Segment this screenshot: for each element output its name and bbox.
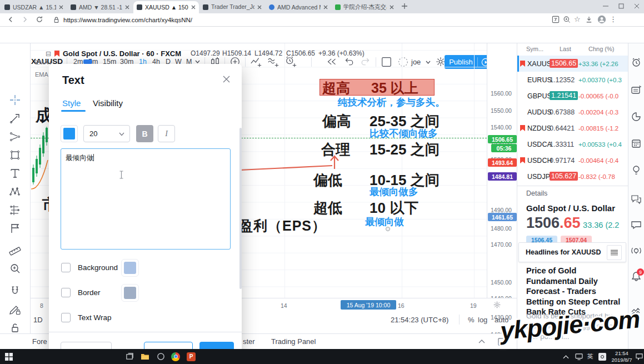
window-minimize-button[interactable] bbox=[598, 0, 613, 12]
text-input-area[interactable]: 最倾向做 bbox=[61, 148, 231, 250]
crosshair-tool[interactable] bbox=[6, 92, 24, 108]
pitchfork-tool[interactable] bbox=[6, 129, 24, 144]
browser-tab[interactable]: Trader Trader_Joe_Lee — 交易 bbox=[199, 1, 265, 13]
shapes-tool[interactable] bbox=[6, 147, 24, 163]
text-color-swatch[interactable] bbox=[61, 125, 78, 142]
bottom-tab-trading-panel[interactable]: Trading Panel bbox=[271, 337, 316, 346]
ruler-tool[interactable] bbox=[6, 242, 24, 258]
tab-close-icon[interactable] bbox=[390, 5, 394, 9]
watchlist-row[interactable]: USDCA1.33311+0.00533 (+0.4 bbox=[517, 136, 628, 152]
task-view-icon[interactable] bbox=[123, 349, 136, 364]
italic-button[interactable]: I bbox=[158, 125, 175, 142]
flag-icon[interactable] bbox=[520, 125, 525, 131]
font-size-select[interactable]: 20 bbox=[83, 125, 130, 142]
browser-tab[interactable]: AMD ▼ 28.51 -1.21% joe bbox=[67, 1, 133, 13]
headlines-menu-icon[interactable] bbox=[607, 245, 622, 260]
collapse-panel-icon[interactable] bbox=[478, 338, 486, 346]
watchlist-row[interactable]: USDJP105.627-0.832 (-0.78 bbox=[517, 168, 628, 185]
border-color-swatch[interactable] bbox=[121, 284, 139, 302]
url-field[interactable]: https://www.tradingview.com/chart/xy4kqs… bbox=[63, 17, 192, 23]
lightbulb-icon[interactable] bbox=[631, 164, 642, 176]
flag-icon[interactable] bbox=[520, 157, 525, 163]
ideas-pie-icon[interactable] bbox=[631, 111, 642, 123]
file-explorer-icon[interactable] bbox=[139, 349, 151, 364]
text-wrap-checkbox[interactable] bbox=[61, 313, 71, 322]
back-icon[interactable] bbox=[7, 16, 14, 23]
dialog-close-icon[interactable] bbox=[222, 75, 231, 83]
download-icon[interactable] bbox=[585, 16, 593, 23]
annotation-note-editing[interactable]: 最倾向做 bbox=[365, 215, 404, 228]
profile-avatar[interactable] bbox=[597, 15, 606, 24]
column-header-last[interactable]: Last bbox=[560, 46, 571, 52]
flag-icon[interactable] bbox=[520, 61, 525, 67]
price-axis[interactable]: 1560.00 1550.00 1540.00 1530.00 1520.00 … bbox=[487, 43, 517, 298]
browser-tab[interactable]: AMD Advanced Micro Device bbox=[266, 1, 331, 13]
chart-legend-title[interactable]: Gold Spot / U.S. Dollar · 60 · FXCM bbox=[63, 49, 181, 58]
tab-style[interactable]: Style bbox=[62, 98, 81, 108]
alarm-clock-icon[interactable] bbox=[631, 57, 642, 68]
watchlist-row[interactable]: NZDUS0.64421-0.00815 (-1.2 bbox=[517, 120, 628, 136]
watchlist-row[interactable]: EURUS1.12352+0.00370 (+0.3 bbox=[517, 72, 628, 88]
app-icon[interactable] bbox=[154, 349, 167, 364]
magnet-tool[interactable] bbox=[6, 283, 24, 299]
browser-tab[interactable]: 学院介绍-杰克交易学院-中国顶 bbox=[332, 1, 397, 13]
window-maximize-button[interactable] bbox=[613, 0, 629, 12]
tab-close-icon[interactable] bbox=[59, 5, 63, 9]
network-monitor-icon[interactable] bbox=[573, 349, 585, 364]
bottom-tab-strategy-tester[interactable]: ster bbox=[243, 337, 255, 346]
bookmark-star-icon[interactable]: ☆ bbox=[574, 15, 581, 23]
powerpoint-icon[interactable]: P bbox=[185, 349, 197, 364]
watchlist-row[interactable]: AUDUS0.67388-0.00204 (-0.3 bbox=[517, 104, 628, 120]
public-chat-icon[interactable] bbox=[631, 194, 642, 206]
watchlist-row[interactable]: XAUUS1506.65+33.36 (+2.26 bbox=[517, 56, 628, 72]
tray-chevron-up-icon[interactable] bbox=[560, 349, 571, 364]
chrome-icon[interactable] bbox=[169, 349, 182, 364]
ime-icon[interactable] bbox=[597, 349, 608, 364]
border-checkbox[interactable] bbox=[61, 288, 71, 297]
forecast-tool[interactable] bbox=[6, 202, 24, 218]
flags-tool[interactable] bbox=[6, 221, 24, 236]
text-tool[interactable] bbox=[6, 166, 24, 181]
tab-close-icon[interactable] bbox=[125, 5, 129, 9]
tab-visibility[interactable]: Visibility bbox=[93, 98, 123, 108]
column-header-chng[interactable]: Chng (%) bbox=[588, 46, 614, 52]
range-1d-button[interactable]: 1D bbox=[33, 316, 43, 324]
bottom-tab-forex-screener[interactable]: Fore bbox=[32, 337, 47, 346]
start-button[interactable] bbox=[2, 349, 16, 364]
window-close-button[interactable] bbox=[629, 0, 644, 12]
zoom-in-tool[interactable] bbox=[6, 261, 24, 276]
tray-clock[interactable]: 21:542019/8/7 bbox=[609, 349, 635, 364]
background-checkbox[interactable] bbox=[61, 263, 71, 272]
column-header-symbol[interactable]: Sym... bbox=[526, 46, 543, 52]
annotation-drag-handle[interactable] bbox=[386, 227, 390, 231]
streams-icon[interactable] bbox=[631, 245, 642, 257]
translate-icon[interactable] bbox=[552, 16, 560, 23]
time-axis-gear-icon[interactable] bbox=[493, 301, 501, 309]
notes-icon[interactable] bbox=[631, 84, 642, 96]
trend-line-tool[interactable] bbox=[6, 111, 24, 126]
browser-menu-icon[interactable]: ⋮ bbox=[610, 15, 617, 23]
dialog-scrollbar[interactable] bbox=[239, 128, 242, 289]
xabcd-pattern-tool[interactable] bbox=[6, 184, 24, 200]
tab-close-icon[interactable] bbox=[323, 5, 328, 9]
draw-lock-tool[interactable] bbox=[6, 302, 24, 317]
percent-scale-button[interactable]: % bbox=[468, 316, 475, 324]
refresh-icon[interactable] bbox=[36, 16, 43, 23]
zoom-icon[interactable] bbox=[563, 16, 571, 23]
new-tab-button[interactable] bbox=[401, 3, 408, 9]
log-scale-button[interactable]: log bbox=[478, 316, 487, 324]
language-indicator[interactable]: 英 bbox=[586, 349, 595, 364]
tab-close-icon[interactable] bbox=[257, 5, 262, 9]
forward-icon[interactable] bbox=[21, 16, 29, 23]
tab-close-icon[interactable] bbox=[191, 5, 196, 9]
bold-button-active[interactable]: B bbox=[136, 125, 153, 142]
watchlist-row[interactable]: GBPUS1.21541-0.00065 (-0.0 bbox=[517, 88, 628, 104]
private-chat-icon[interactable] bbox=[631, 220, 642, 231]
browser-tab-active[interactable]: XAUUSD ▲ 1506.77 +2.27% j bbox=[133, 1, 199, 13]
watchlist-row[interactable]: USDCH0.97174-0.00464 (-0.4 bbox=[517, 152, 628, 168]
calendar-icon[interactable] bbox=[631, 138, 642, 149]
browser-tab[interactable]: USDZAR ▲ 15.11940 +1.32% bbox=[1, 1, 67, 13]
background-color-swatch[interactable] bbox=[121, 259, 139, 277]
action-center-icon[interactable] bbox=[635, 349, 644, 364]
notifications-bell-icon[interactable]: 9 bbox=[631, 271, 642, 282]
